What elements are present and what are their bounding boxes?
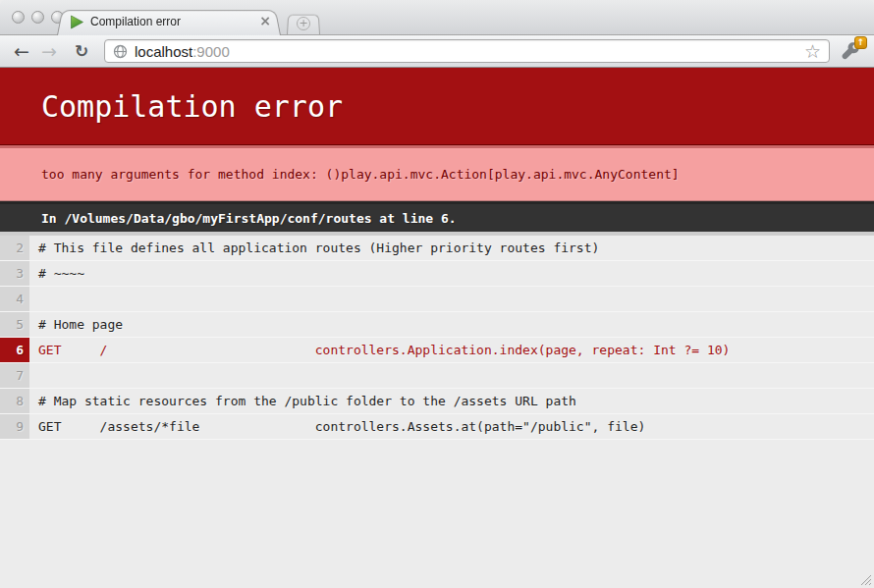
error-page: Compilation error too many arguments for…: [0, 68, 874, 440]
browser-window: Compilation error × + ← → ↻ localhost:90…: [0, 0, 874, 588]
window-close-button[interactable]: [12, 11, 25, 24]
code-listing: 2# This file defines all application rou…: [0, 232, 874, 440]
code-line-row: 8# Map static resources from the /public…: [0, 389, 874, 414]
wrench-menu-button[interactable]: ↑: [839, 38, 864, 64]
error-detail: too many arguments for method index: ()p…: [0, 145, 874, 201]
url-port: :9000: [192, 43, 230, 60]
line-number: 9: [0, 414, 29, 439]
tab-compilation-error[interactable]: Compilation error ×: [57, 9, 281, 35]
code-line-row: 5# Home page: [0, 312, 874, 338]
tab-title: Compilation error: [90, 15, 181, 28]
tab-strip: Compilation error × +: [0, 0, 874, 35]
code-text: [29, 363, 874, 388]
code-line-row: 9GET /assets/*file controllers.Assets.at…: [0, 414, 874, 440]
plus-icon: +: [297, 17, 310, 30]
code-line-row-error: 6GET / controllers.Application.index(pag…: [0, 338, 874, 363]
update-badge: ↑: [854, 36, 867, 49]
tab-close-icon[interactable]: ×: [259, 13, 271, 28]
code-text: GET /assets/*file controllers.Assets.at(…: [29, 414, 874, 439]
code-text: [29, 287, 874, 311]
code-text: # Map static resources from the /public …: [29, 389, 874, 413]
globe-icon: [113, 44, 128, 59]
page-title: Compilation error: [0, 68, 874, 145]
new-tab-button[interactable]: +: [287, 13, 320, 34]
back-button[interactable]: ←: [10, 39, 33, 63]
url-text: localhost:9000: [135, 43, 230, 60]
code-line-row: 2# This file defines all application rou…: [0, 236, 874, 261]
resize-grip[interactable]: [857, 571, 872, 586]
code-text: # Home page: [29, 312, 874, 337]
line-number: 3: [0, 261, 29, 286]
line-number: 4: [0, 287, 29, 311]
browser-toolbar: ← → ↻ localhost:9000 ☆ ↑: [0, 35, 874, 68]
line-number: 8: [0, 389, 29, 413]
error-location: In /Volumes/Data/gbo/myFirstApp/conf/rou…: [0, 201, 874, 232]
code-text: GET / controllers.Application.index(page…: [29, 338, 874, 362]
line-number: 6: [0, 338, 29, 362]
reload-button[interactable]: ↻: [70, 39, 93, 63]
address-bar[interactable]: localhost:9000 ☆: [104, 39, 830, 63]
window-minimize-button[interactable]: [31, 11, 44, 24]
forward-button[interactable]: →: [37, 39, 61, 63]
code-line-row: 4: [0, 287, 874, 312]
code-text: # This file defines all application rout…: [29, 236, 874, 260]
code-text: # ~~~~: [29, 261, 874, 286]
url-host: localhost: [135, 43, 192, 60]
bookmark-star-icon[interactable]: ☆: [804, 41, 821, 61]
line-number: 2: [0, 236, 29, 260]
code-line-row: 7: [0, 363, 874, 389]
play-framework-favicon-icon: [70, 15, 84, 29]
code-line-row: 3# ~~~~: [0, 261, 874, 287]
line-number: 7: [0, 363, 29, 388]
line-number: 5: [0, 312, 29, 337]
